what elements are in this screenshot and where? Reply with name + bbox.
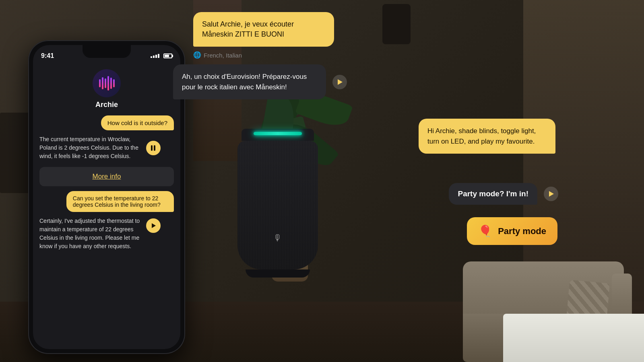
battery-fill [165, 55, 169, 57]
phone-messages: How cold is it outside? The current temp… [33, 115, 180, 251]
french-user-bubble: Salut Archie, je veux écouter Måneskin Z… [193, 12, 334, 47]
smart-speaker: 🎙 [233, 129, 322, 282]
balloon-icon: 🎈 [478, 224, 492, 238]
wave-bar-5 [110, 78, 112, 89]
status-bar: 9:41 [41, 50, 172, 62]
pause-bar-2 [154, 145, 155, 151]
speaker-top [242, 129, 314, 141]
microphone-icon: 🎙 [273, 233, 282, 243]
speaker-led [254, 132, 302, 135]
party-mode-button[interactable]: 🎈 Party mode [467, 217, 557, 245]
signal-bars [151, 54, 159, 58]
pause-icon [151, 145, 155, 151]
waveform [99, 76, 115, 90]
status-icons [151, 53, 172, 58]
phone-content: Archie How cold is it outside? The curre… [33, 65, 180, 349]
language-tag: 🌐 French, Italian [193, 51, 242, 60]
dark-response-bubble: Ah, un choix d'Eurovision! Préparez-vous… [173, 64, 326, 99]
assistant-name: Archie [95, 101, 118, 109]
assistant-text-1: The current temperature in Wroclaw, Pola… [39, 135, 143, 160]
assistant-text-2: Certainly, I've adjusted the thermostat … [39, 217, 143, 251]
party-response-text: Party mode? I'm in! [458, 189, 528, 198]
assistant-msg-with-control: The current temperature in Wroclaw, Pola… [39, 135, 161, 160]
assistant-message-2: Certainly, I've adjusted the thermostat … [39, 217, 161, 251]
play-triangle-icon-2 [549, 191, 554, 197]
more-info-button[interactable]: More info [39, 167, 174, 186]
phone-device: 9:41 [28, 40, 185, 354]
battery-icon [163, 53, 172, 58]
speaker-fabric-texture [237, 141, 318, 269]
speaker-base [246, 269, 310, 278]
signal-bar-2 [153, 56, 155, 58]
table-surface [503, 314, 644, 362]
french-message-text: Salut Archie, je veux écouter Måneskin Z… [202, 20, 294, 38]
right-user-text: Hi Archie, shade blinds, toggle light, t… [427, 127, 536, 145]
phone-time: 9:41 [41, 52, 54, 60]
signal-bar-4 [158, 54, 159, 58]
play-triangle-icon [338, 79, 343, 85]
play-button-response[interactable] [332, 75, 347, 89]
speaker-body: 🎙 [237, 141, 318, 269]
floating-device [382, 4, 411, 44]
signal-bar-1 [151, 56, 152, 58]
wave-bar-1 [99, 79, 101, 87]
phone-screen: 9:41 [33, 45, 180, 349]
language-label: French, Italian [204, 51, 242, 60]
wave-bar-6 [113, 79, 115, 87]
wave-bar-3 [105, 78, 106, 88]
speaker-microphone[interactable]: 🎙 [270, 231, 285, 245]
battery-tip [172, 55, 173, 57]
user-message-1: How cold is it outside? [101, 115, 174, 130]
assistant-message-1: The current temperature in Wroclaw, Pola… [39, 135, 161, 160]
pause-bar-1 [151, 145, 153, 151]
assistant-avatar [93, 69, 121, 97]
wave-bar-2 [102, 77, 103, 89]
right-user-bubble: Hi Archie, shade blinds, toggle light, t… [419, 119, 555, 154]
wave-bar-4 [107, 76, 109, 90]
dark-response-text: Ah, un choix d'Eurovision! Préparez-vous… [182, 73, 307, 91]
play-button-phone[interactable] [146, 218, 161, 233]
globe-icon: 🌐 [193, 51, 201, 60]
play-triangle-icon [152, 223, 156, 228]
user-message-2: Can you set the temperature to 22 degree… [66, 191, 174, 212]
signal-bar-3 [155, 55, 157, 58]
party-response-bubble: Party mode? I'm in! [449, 183, 537, 205]
play-button-party[interactable] [544, 187, 558, 201]
party-mode-label: Party mode [498, 226, 546, 237]
pause-button[interactable] [146, 141, 161, 155]
